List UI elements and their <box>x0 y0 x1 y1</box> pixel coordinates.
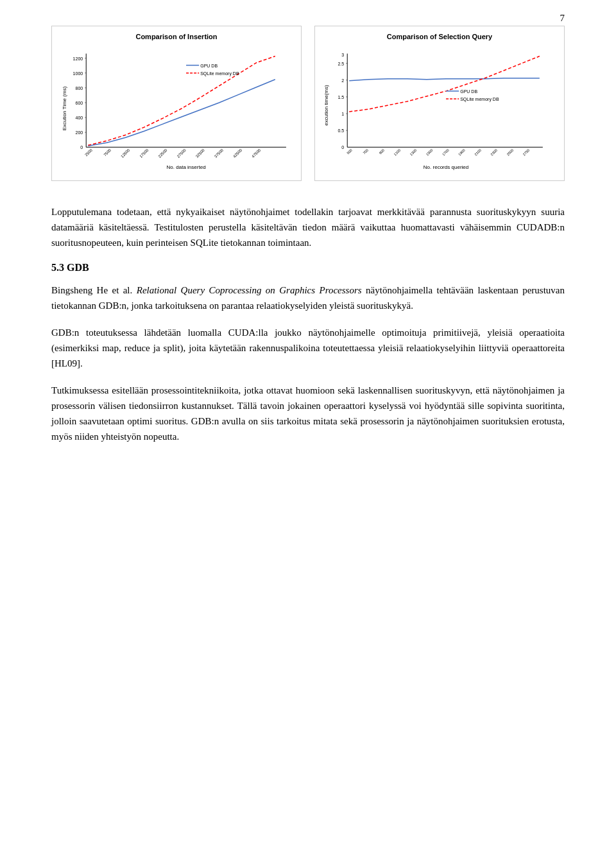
paragraph-3: GDB:n toteutuksessa lähdetään luomalla C… <box>51 325 565 371</box>
svg-text:1: 1 <box>341 112 344 116</box>
svg-text:47500: 47500 <box>251 148 262 159</box>
svg-text:37500: 37500 <box>214 148 225 159</box>
svg-text:800: 800 <box>75 86 83 91</box>
section-heading: 5.3 GDB <box>51 262 565 273</box>
svg-text:1200: 1200 <box>73 56 83 61</box>
svg-text:3: 3 <box>341 53 344 57</box>
svg-text:42500: 42500 <box>232 148 243 159</box>
svg-text:2100: 2100 <box>474 148 482 157</box>
svg-text:1300: 1300 <box>409 148 418 157</box>
svg-text:900: 900 <box>378 148 385 155</box>
svg-text:2500: 2500 <box>84 148 93 157</box>
svg-text:1900: 1900 <box>458 148 466 157</box>
svg-text:0: 0 <box>341 145 344 150</box>
svg-text:27500: 27500 <box>176 148 187 159</box>
svg-text:1.5: 1.5 <box>338 95 344 100</box>
svg-text:1500: 1500 <box>425 148 434 157</box>
chart2-title: Comparison of Selection Query <box>320 33 559 40</box>
chart2-svg: excution time(ms) 0 0.5 1 1.5 2 2.5 3 50… <box>320 44 559 173</box>
svg-text:2500: 2500 <box>506 148 514 157</box>
chart2-wrapper: Comparison of Selection Query excution t… <box>314 26 565 181</box>
svg-text:32500: 32500 <box>195 148 206 159</box>
svg-text:500: 500 <box>346 148 353 155</box>
svg-text:Excution Time (ms): Excution Time (ms) <box>62 86 67 130</box>
svg-text:1700: 1700 <box>441 148 450 157</box>
paragraph-2: Bingsheng He et al. Relational Query Cop… <box>51 282 565 313</box>
svg-text:17500: 17500 <box>139 148 150 159</box>
svg-text:600: 600 <box>75 101 83 105</box>
paragraph-4: Tutkimuksessa esitellään prosessointitek… <box>51 383 565 444</box>
chart1-title: Comparison of Insertion <box>57 33 296 40</box>
svg-text:GPU DB: GPU DB <box>460 89 477 94</box>
svg-text:No. records queried: No. records queried <box>424 164 469 170</box>
svg-text:0: 0 <box>80 145 83 150</box>
svg-text:1000: 1000 <box>73 71 83 76</box>
svg-text:2300: 2300 <box>490 148 498 157</box>
svg-text:GPU DB: GPU DB <box>200 64 218 68</box>
svg-text:1100: 1100 <box>393 148 401 157</box>
charts-container: Comparison of Insertion Excution Time (m… <box>51 26 565 181</box>
chart1-wrapper: Comparison of Insertion Excution Time (m… <box>51 26 302 181</box>
page-number: 7 <box>560 13 565 24</box>
svg-text:200: 200 <box>75 130 83 135</box>
paragraph-1: Lopputulemana todetaan, että nykyaikaise… <box>51 204 565 250</box>
svg-text:400: 400 <box>75 116 83 120</box>
svg-text:22500: 22500 <box>158 148 169 159</box>
svg-text:No. data inserted: No. data inserted <box>166 164 205 170</box>
subheading: Bingsheng He et al. <box>51 285 132 295</box>
svg-text:700: 700 <box>362 148 369 155</box>
svg-text:2.5: 2.5 <box>338 62 344 66</box>
svg-text:0.5: 0.5 <box>338 128 344 133</box>
svg-text:12500: 12500 <box>120 148 131 159</box>
svg-text:2750: 2750 <box>522 148 531 157</box>
chart1-svg: Excution Time (ms) 0 200 400 600 800 100… <box>57 44 296 173</box>
svg-text:excution time(ms): excution time(ms) <box>323 85 329 126</box>
svg-text:2: 2 <box>341 78 344 83</box>
svg-text:7500: 7500 <box>103 148 112 157</box>
svg-text:SQLite memory DB: SQLite memory DB <box>460 97 499 102</box>
svg-text:SQLite memory DB: SQLite memory DB <box>200 71 239 76</box>
